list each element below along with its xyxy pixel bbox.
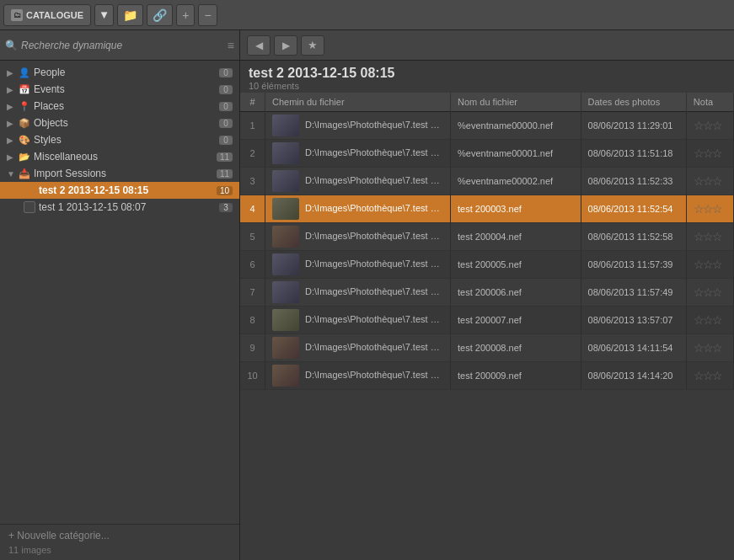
add-button[interactable]: + [176, 4, 195, 26]
cell-date: 08/06/2013 11:52:33 [581, 168, 686, 195]
arrow-icon: ▼ [7, 169, 15, 179]
cell-num: 9 [240, 334, 265, 362]
cell-path: D:\Images\Photothèque\7.test catalogeu [265, 251, 451, 279]
sidebar-subitem-test1[interactable]: test 1 2013-12-15 08:07 3 [0, 199, 239, 216]
arrow-icon: ▶ [7, 152, 15, 162]
thumbnail [272, 253, 299, 275]
arrow-icon: ▶ [7, 119, 15, 128]
sidebar-label-import: Import Sessions [34, 168, 213, 179]
thumbnail [272, 365, 299, 387]
sidebar-subitem-test2[interactable]: test 2 2013-12-15 08:15 10 [0, 182, 239, 199]
menu-icon[interactable]: ≡ [228, 39, 234, 52]
cell-path: D:\Images\Photothèque\7.test catalogeu [265, 223, 451, 251]
table-row[interactable]: 8 D:\Images\Photothèque\7.test catalogeu… [240, 307, 734, 334]
dropdown-arrow-icon: ▼ [99, 8, 110, 21]
sidebar-item-miscellaneous[interactable]: ▶ 📂 Miscellaneous 11 [0, 148, 239, 165]
cell-path: D:\Images\Photothèque\7.test catalogeu [265, 112, 451, 140]
cell-name: test 200007.nef [451, 307, 581, 334]
folder-button[interactable]: 📁 [117, 4, 143, 26]
table-row[interactable]: 5 D:\Images\Photothèque\7.test catalogeu… [240, 223, 734, 251]
star-rating: ☆☆☆ [694, 119, 721, 132]
star-rating: ☆☆☆ [694, 369, 721, 382]
cell-date: 08/06/2013 11:57:39 [581, 251, 686, 279]
cell-stars: ☆☆☆ [686, 362, 733, 390]
sidebar-footer: + Nouvelle catégorie... 11 images [0, 524, 239, 560]
sidebar-item-objects[interactable]: ▶ 📦 Objects 0 [0, 115, 239, 131]
star-rating: ☆☆☆ [694, 258, 721, 271]
cell-name: test 200004.nef [451, 223, 581, 251]
table-row[interactable]: 6 D:\Images\Photothèque\7.test catalogeu… [240, 251, 734, 279]
arrow-icon: ▶ [7, 136, 15, 145]
sidebar-tree: ▶ 👤 People 0 ▶ 📅 Events 0 ▶ 📍 Places 0 [0, 61, 239, 524]
cell-stars: ☆☆☆ [686, 307, 733, 334]
cell-name: test 200006.nef [451, 279, 581, 307]
cell-path: D:\Images\Photothèque\7.test catalogeu [265, 307, 451, 334]
image-count: 11 images [8, 545, 231, 555]
cell-stars: ☆☆☆ [686, 195, 733, 223]
cell-stars: ☆☆☆ [686, 112, 733, 140]
table-row[interactable]: 7 D:\Images\Photothèque\7.test catalogeu… [240, 279, 734, 307]
star-rating: ☆☆☆ [694, 285, 721, 299]
thumbnail [272, 281, 299, 303]
sidebar-item-events[interactable]: ▶ 📅 Events 0 [0, 81, 239, 98]
prev-button[interactable]: ◀ [247, 35, 271, 56]
table-row[interactable]: 2 D:\Images\Photothèque\7.test catalogeu… [240, 140, 734, 168]
check-icon [24, 184, 35, 196]
add-category-button[interactable]: + Nouvelle catégorie... [8, 530, 231, 541]
link-button[interactable]: 🔗 [147, 4, 173, 26]
import-icon: 📥 [19, 168, 30, 179]
cell-num: 1 [240, 112, 265, 140]
cell-date: 08/06/2013 11:29:01 [581, 112, 686, 140]
cell-num: 2 [240, 140, 265, 168]
table-container: # Chemin du fichier Nom du fichier Dates… [240, 93, 734, 560]
subitem-badge-test2: 10 [217, 186, 233, 195]
cell-name: test 200009.nef [451, 362, 581, 390]
table-row[interactable]: 1 D:\Images\Photothèque\7.test catalogeu… [240, 112, 734, 140]
places-badge: 0 [219, 102, 233, 111]
cell-date: 08/06/2013 11:51:18 [581, 140, 686, 168]
favorite-button[interactable]: ★ [301, 35, 324, 56]
cell-num: 4 [240, 195, 265, 223]
cell-name: %eventname00000.nef [451, 112, 581, 140]
star-icon: ★ [308, 39, 318, 51]
sidebar-label-styles: Styles [34, 134, 216, 146]
sidebar-item-people[interactable]: ▶ 👤 People 0 [0, 64, 239, 81]
col-header-date: Dates des photos [581, 93, 686, 112]
folder-icon: 📁 [123, 8, 137, 22]
remove-icon: − [204, 8, 211, 22]
catalogue-icon: 🗂 [11, 9, 23, 21]
search-label: Recherche dynamique [21, 40, 224, 51]
sidebar-label-events: Events [34, 83, 216, 95]
sidebar-label-places: Places [34, 100, 216, 112]
table-row[interactable]: 3 D:\Images\Photothèque\7.test catalogeu… [240, 168, 734, 195]
cell-path: D:\Images\Photothèque\7.test catalogeu [265, 362, 451, 390]
catalogue-button[interactable]: 🗂 CATALOGUE [3, 4, 91, 26]
sidebar-label-objects: Objects [34, 117, 216, 129]
remove-button[interactable]: − [198, 4, 217, 26]
cell-path: D:\Images\Photothèque\7.test catalogeu [265, 334, 451, 362]
search-bar: 🔍 Recherche dynamique ≡ [0, 30, 239, 61]
star-rating: ☆☆☆ [694, 147, 721, 160]
link-icon: 🔗 [153, 8, 167, 22]
cell-stars: ☆☆☆ [686, 334, 733, 362]
cell-date: 08/06/2013 11:52:54 [581, 195, 686, 223]
cell-date: 08/06/2013 14:11:54 [581, 334, 686, 362]
sidebar-item-import-sessions[interactable]: ▼ 📥 Import Sessions 11 [0, 165, 239, 182]
cell-stars: ☆☆☆ [686, 251, 733, 279]
styles-icon: 🎨 [19, 135, 30, 146]
table-row[interactable]: 10 D:\Images\Photothèque\7.test cataloge… [240, 362, 734, 390]
main-toolbar: 🗂 CATALOGUE ▼ 📁 🔗 + − [0, 0, 734, 30]
sidebar: 🔍 Recherche dynamique ≡ ▶ 👤 People 0 ▶ 📅… [0, 30, 240, 560]
thumbnail [272, 309, 299, 331]
next-button[interactable]: ▶ [274, 35, 297, 56]
star-rating: ☆☆☆ [694, 174, 721, 188]
table-row[interactable]: 9 D:\Images\Photothèque\7.test catalogeu… [240, 334, 734, 362]
catalogue-dropdown-button[interactable]: ▼ [94, 4, 114, 26]
arrow-icon: ▶ [7, 102, 15, 111]
star-rating: ☆☆☆ [694, 202, 721, 216]
sidebar-item-styles[interactable]: ▶ 🎨 Styles 0 [0, 131, 239, 148]
add-icon: + [182, 8, 189, 22]
sidebar-item-places[interactable]: ▶ 📍 Places 0 [0, 98, 239, 115]
subitem-badge-test1: 3 [219, 203, 233, 212]
table-row[interactable]: 4 D:\Images\Photothèque\7.test catalogeu… [240, 195, 734, 223]
